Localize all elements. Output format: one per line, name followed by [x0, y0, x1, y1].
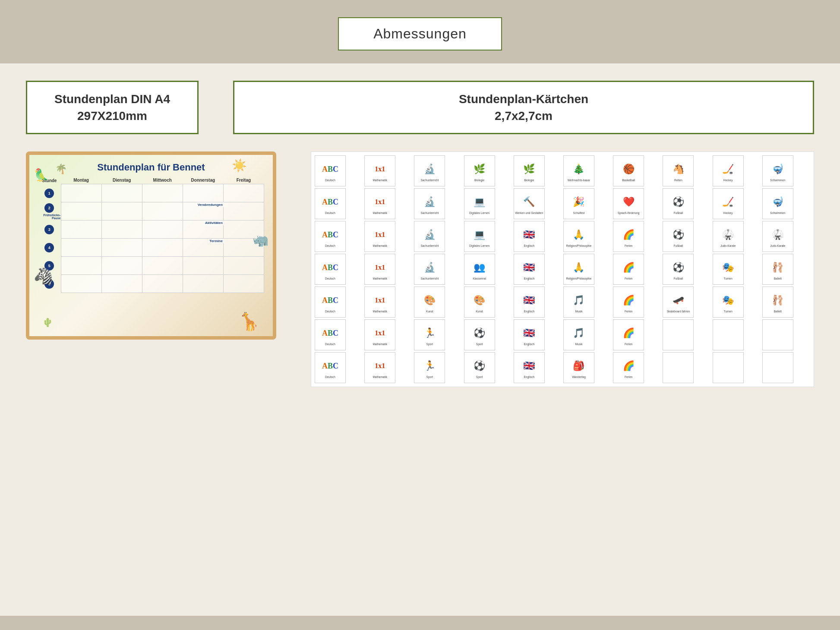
cell: Aktivitäten — [183, 220, 223, 239]
card-label: Fußball — [674, 277, 683, 280]
header-row: Stundenplan DIN A4 297X210mm Stundenplan… — [26, 81, 814, 134]
cell — [142, 275, 183, 293]
cell — [223, 275, 264, 293]
card-icon: 1x1 — [375, 161, 385, 178]
table-row: 6 — [38, 275, 264, 293]
card-label: Schulfest — [573, 211, 585, 215]
subject-card-r5-c7 — [663, 319, 694, 350]
cell — [61, 275, 101, 293]
card-icon: 🛹 — [673, 292, 684, 309]
card-icon: 🎨 — [474, 292, 485, 309]
card-label: Ferien — [625, 244, 632, 248]
abmessungen-title: Abmessungen — [373, 26, 467, 41]
card-icon: 🥋 — [722, 226, 734, 243]
card-icon: 1x1 — [375, 324, 385, 342]
card-icon: 🤿 — [772, 161, 783, 178]
card-label: Deutsch — [325, 244, 335, 248]
card-label: Deutsch — [325, 277, 335, 280]
subject-card-r0-c4: 🌿Biologie — [514, 155, 545, 186]
top-banner: Abmessungen — [0, 0, 840, 63]
card-icon: 🎉 — [573, 193, 584, 211]
card-icon: 👥 — [474, 259, 485, 276]
subject-card-r3-c1: 1x1Mathematik — [364, 254, 395, 285]
main-content: Stundenplan DIN A4 297X210mm Stundenplan… — [0, 63, 840, 616]
card-label: Fußball — [674, 211, 683, 215]
card-icon: 🇬🇧 — [523, 259, 535, 276]
card-icon: 🥋 — [772, 226, 783, 243]
cell — [101, 275, 142, 293]
subject-card-r4-c3: 🎨Kunst — [464, 287, 495, 318]
subject-card-r6-c2: 🏃Sport — [414, 352, 445, 383]
subject-card-r6-c0: ABCDeutsch — [315, 352, 346, 383]
card-icon: 🇬🇧 — [523, 226, 535, 243]
subject-card-r1-c7: ⚽Fußball — [663, 188, 694, 219]
card-label: Reiten — [674, 179, 682, 182]
card-icon: 1x1 — [375, 193, 385, 211]
subject-card-r2-c5: 🙏Religion/Philosophie — [563, 221, 594, 252]
cell: Termine — [183, 239, 223, 257]
card-icon: 💻 — [474, 226, 485, 243]
subject-card-r1-c4: 🔨Werken und Gestalten — [514, 188, 545, 219]
stundenplan-inner: 🦜 🦓 🦏 🦒 ☀️ 🌴 🌵 Stundenplan für Bennet St… — [29, 155, 273, 336]
card-grid-container: ABCDeutsch1x1Mathematik🔬Sachunterricht🌿B… — [311, 151, 814, 387]
subject-card-r6-c6: 🌈Ferien — [613, 352, 644, 383]
subject-card-r3-c5: 🙏Religion/Philosophie — [563, 254, 594, 285]
subject-card-r1-c0: ABCDeutsch — [315, 188, 346, 219]
card-label: Skateboard fahren — [667, 310, 690, 313]
card-icon: 🇬🇧 — [523, 357, 535, 375]
card-label: Mathematik — [373, 277, 387, 280]
cell — [183, 184, 223, 202]
cell — [61, 257, 101, 275]
subject-card-r2-c2: 🔬Sachunterricht — [414, 221, 445, 252]
subject-card-r1-c1: 1x1Mathematik — [364, 188, 395, 219]
card-label: Sachunterricht — [420, 244, 439, 248]
subject-card-r3-c0: ABCDeutsch — [315, 254, 346, 285]
card-label: Englisch — [524, 375, 535, 379]
subject-card-r0-c0: ABCDeutsch — [315, 155, 346, 186]
subject-card-r2-c4: 🇬🇧Englisch — [514, 221, 545, 252]
card-icon: 1x1 — [375, 259, 385, 276]
table-row: 5 — [38, 257, 264, 275]
subject-card-r3-c8: 🎭Turnen — [713, 254, 744, 285]
card-icon: ⚽ — [474, 324, 485, 342]
col-donnerstag: Donnerstag — [183, 176, 223, 184]
card-icon: ❤️ — [623, 193, 635, 211]
card-label: Sport — [426, 343, 433, 346]
card-icon: 🌈 — [623, 324, 635, 342]
card-label: Deutsch — [325, 310, 335, 313]
subject-card-r0-c1: 1x1Mathematik — [364, 155, 395, 186]
card-icon: 🔬 — [424, 161, 436, 178]
cell — [183, 257, 223, 275]
subject-card-r5-c2: 🏃Sport — [414, 319, 445, 350]
card-label: Ballett — [774, 277, 782, 280]
card-icon: 🏀 — [623, 161, 635, 178]
cell — [61, 202, 101, 220]
card-label: Sprach-förderung — [618, 211, 640, 215]
subject-card-r3-c4: 🇬🇧Englisch — [514, 254, 545, 285]
card-label: Sachunterricht — [420, 179, 439, 182]
cell — [61, 220, 101, 239]
left-box-line1: Stundenplan DIN A4 — [44, 91, 180, 107]
subject-card-r3-c7: ⚽Fußball — [663, 254, 694, 285]
subject-card-r6-c9 — [762, 352, 793, 383]
subject-card-r0-c8: 🏒Hockey — [713, 155, 744, 186]
card-icon: ⚽ — [673, 226, 684, 243]
card-label: Schwimmen — [770, 211, 785, 215]
card-label: Biologie — [474, 179, 484, 182]
card-icon: ABC — [322, 226, 338, 243]
subject-card-r1-c9: 🤿Schwimmen — [762, 188, 793, 219]
cell — [223, 184, 264, 202]
subject-card-r4-c4: 🇬🇧Englisch — [514, 287, 545, 318]
card-icon: 🩰 — [772, 292, 783, 309]
card-label: Wandertag — [572, 375, 586, 379]
card-icon: 🎒 — [573, 357, 584, 375]
cell — [142, 220, 183, 239]
card-label: Mathematik — [373, 343, 387, 346]
subject-card-r5-c3: ⚽Sport — [464, 319, 495, 350]
subject-card-r6-c5: 🎒Wandertag — [563, 352, 594, 383]
subject-card-r6-c7 — [663, 352, 694, 383]
right-box-line2: 2,7x2,7cm — [260, 107, 787, 124]
subject-card-r2-c0: ABCDeutsch — [315, 221, 346, 252]
table-row: 2 Frühstücks-Pause Verabredungen — [38, 202, 264, 220]
toucan-icon: 🦜 — [34, 168, 49, 182]
